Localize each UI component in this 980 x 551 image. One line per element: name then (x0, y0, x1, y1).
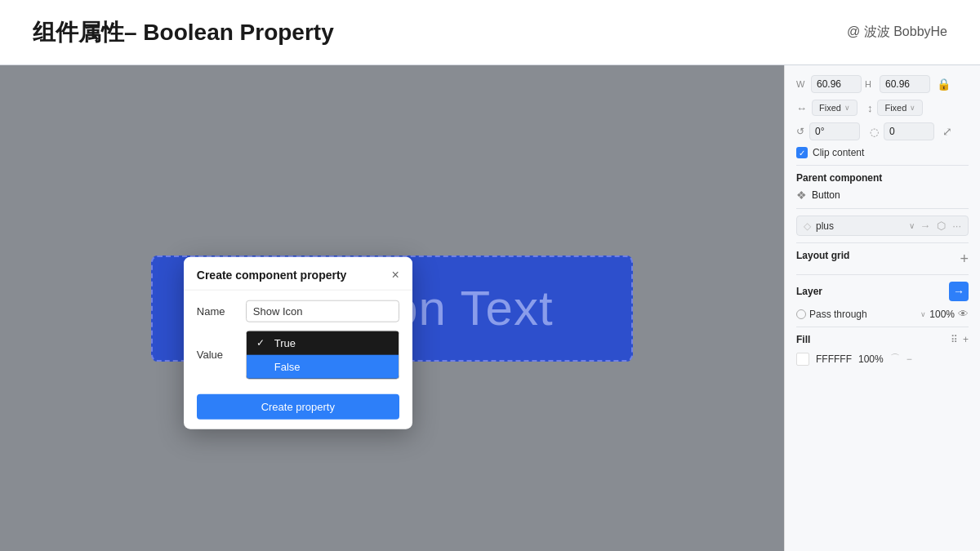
layout-grid-row: Layout grid + (796, 250, 969, 268)
h-constraint-value: Fixed (819, 103, 841, 113)
modal-header: Create component property × (184, 256, 412, 290)
layer-title: Layer (796, 286, 944, 297)
more-icon[interactable]: ··· (952, 220, 961, 232)
layer-pass-icon: → (949, 282, 969, 301)
fill-header-row: Fill ⠿ + (796, 334, 969, 345)
detach-icon[interactable]: ⬡ (937, 220, 946, 232)
false-option-label: False (274, 360, 301, 372)
fill-title: Fill (796, 334, 810, 345)
arrow-right-icon: → (953, 285, 964, 298)
w-input[interactable] (811, 75, 862, 93)
h-constraint-badge[interactable]: Fixed ∨ (812, 100, 858, 116)
v-constraint-badge[interactable]: Fixed ∨ (877, 100, 923, 116)
constraints-row: ↔ Fixed ∨ ↕ Fixed ∨ (796, 100, 969, 116)
blend-circle (796, 309, 806, 319)
divider-3 (796, 242, 969, 243)
h-label: H (865, 79, 876, 89)
rotate-icon: ↺ (796, 126, 804, 137)
dropdown-menu: ✓ True False (246, 330, 399, 379)
instance-row[interactable]: ◇ plus ∨ → ⬡ ··· (796, 216, 969, 236)
fill-opacity: 100% (858, 353, 884, 365)
v-constraint-icon: ↕ (867, 102, 873, 114)
clip-content-label: Clip content (813, 147, 864, 158)
instance-chevron: ∨ (909, 221, 915, 230)
create-property-modal: Create component property × Name Value ✓… (184, 256, 412, 429)
check-icon: ✓ (799, 149, 805, 158)
main-area: + 60.96 × 60.96 Button Text Create compo… (0, 65, 980, 551)
fill-hex: FFFFFF (816, 353, 852, 365)
clip-content-row: ✓ Clip content (796, 147, 969, 158)
divider-1 (796, 165, 969, 166)
divider-4 (796, 274, 969, 275)
page-title: 组件属性– Boolean Property (33, 17, 334, 48)
instance-name: plus (816, 220, 904, 232)
corner-icon: ◌ (870, 126, 879, 138)
link-icon[interactable]: → (920, 220, 930, 232)
fill-actions: ⠿ + (951, 334, 969, 345)
modal-title: Create component property (197, 268, 347, 281)
h-constraint-icon: ↔ (796, 102, 807, 114)
rotation-input[interactable] (809, 122, 860, 140)
component-grid-icon: ❖ (796, 189, 807, 202)
resize-icon: ⤢ (942, 125, 952, 138)
layout-grid-title: Layout grid (796, 250, 849, 261)
fill-add-icon[interactable]: + (963, 334, 969, 345)
name-label: Name (197, 304, 236, 317)
parent-component-row: ❖ Button (796, 189, 969, 202)
parent-component-title: Parent component (796, 172, 969, 184)
canvas: + 60.96 × 60.96 Button Text Create compo… (0, 65, 784, 551)
fill-type-icon[interactable]: ⌒ (890, 352, 900, 366)
modal-footer: Create property (184, 387, 412, 429)
fill-value-row: FFFFFF 100% ⌒ − (796, 352, 969, 366)
true-option-label: True (274, 336, 296, 349)
blend-mode-label[interactable]: Pass through (809, 309, 917, 320)
name-row: Name (197, 300, 399, 322)
value-dropdown[interactable]: ✓ True False (246, 330, 399, 379)
value-row: Value ✓ True False (197, 330, 399, 379)
corner-input[interactable] (884, 122, 934, 140)
check-icon: ✓ (256, 337, 268, 349)
eye-icon[interactable]: 👁 (958, 308, 969, 320)
parent-component-name: Button (812, 189, 840, 201)
create-property-button[interactable]: Create property (197, 393, 399, 419)
add-layout-grid-button[interactable]: + (960, 251, 969, 266)
clip-content-checkbox[interactable]: ✓ (796, 147, 808, 158)
dropdown-item-false[interactable]: False (247, 354, 399, 378)
close-icon[interactable]: × (391, 268, 399, 281)
blend-row: Pass through ∨ 100% 👁 (796, 308, 969, 320)
modal-body: Name Value ✓ True False (184, 290, 412, 379)
dropdown-item-true[interactable]: ✓ True (247, 331, 399, 354)
name-input[interactable] (246, 300, 399, 322)
fill-grid-icon[interactable]: ⠿ (951, 334, 958, 345)
divider-2 (796, 208, 969, 209)
header: 组件属性– Boolean Property @ 波波 BobbyHe (0, 0, 980, 65)
rotation-row: ↺ ◌ ⤢ (796, 122, 969, 140)
fill-color-swatch[interactable] (796, 353, 809, 366)
fill-remove-icon[interactable]: − (906, 353, 912, 365)
lock-icon: 🔒 (937, 78, 951, 91)
layer-row: Layer → (796, 282, 969, 301)
opacity-value[interactable]: 100% (929, 309, 955, 320)
diamond-icon: ◇ (804, 220, 811, 232)
v-constraint-value: Fixed (884, 103, 906, 113)
v-constraint-chevron: ∨ (910, 104, 915, 112)
right-panel: W H 🔒 ↔ Fixed ∨ ↕ Fixed ∨ ↺ ◌ ⤢ (784, 65, 980, 551)
blend-chevron: ∨ (920, 310, 926, 318)
instance-actions: → ⬡ ··· (920, 220, 961, 232)
author-label: @ 波波 BobbyHe (847, 24, 947, 41)
value-label: Value (197, 349, 236, 361)
h-input[interactable] (880, 75, 930, 93)
divider-5 (796, 327, 969, 327)
wh-row: W H 🔒 (796, 75, 969, 93)
w-label: W (796, 79, 808, 89)
h-constraint-chevron: ∨ (844, 104, 850, 112)
